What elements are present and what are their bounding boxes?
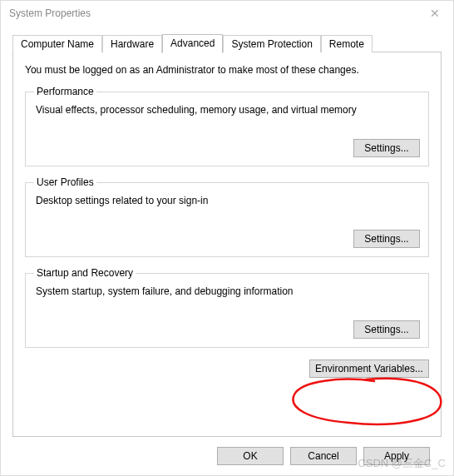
titlebar: System Properties ✕ — [1, 1, 453, 26]
client-area: Computer Name Hardware Advanced System P… — [1, 26, 453, 475]
tab-computer-name[interactable]: Computer Name — [12, 35, 102, 52]
user-profiles-desc: Desktop settings related to your sign-in — [36, 195, 420, 206]
performance-settings-button[interactable]: Settings... — [353, 139, 420, 157]
performance-desc: Visual effects, processor scheduling, me… — [36, 104, 420, 116]
environment-variables-button[interactable]: Environment Variables... — [309, 359, 429, 378]
startup-recovery-settings-button[interactable]: Settings... — [353, 320, 420, 339]
user-profiles-settings-button[interactable]: Settings... — [353, 230, 420, 248]
group-user-profiles-legend: User Profiles — [34, 176, 96, 188]
cancel-button[interactable]: Cancel — [290, 447, 357, 465]
system-properties-window: System Properties ✕ Computer Name Hardwa… — [0, 0, 454, 476]
startup-recovery-desc: System startup, system failure, and debu… — [36, 285, 420, 297]
tab-strip: Computer Name Hardware Advanced System P… — [12, 34, 442, 52]
group-startup-recovery-legend: Startup and Recovery — [34, 267, 136, 279]
window-title: System Properties — [9, 7, 91, 19]
group-startup-recovery: Startup and Recovery System startup, sys… — [25, 267, 429, 348]
group-user-profiles: User Profiles Desktop settings related t… — [25, 176, 429, 257]
group-performance-legend: Performance — [34, 86, 96, 97]
tab-remote[interactable]: Remote — [321, 35, 373, 52]
group-performance: Performance Visual effects, processor sc… — [25, 86, 429, 166]
tab-hardware[interactable]: Hardware — [102, 35, 162, 52]
admin-note: You must be logged on as an Administrato… — [25, 64, 429, 76]
dialog-button-row: OK Cancel Apply — [12, 437, 442, 465]
close-icon[interactable]: ✕ — [417, 1, 453, 26]
tab-page-advanced: You must be logged on as an Administrato… — [12, 52, 442, 437]
apply-button[interactable]: Apply — [363, 447, 430, 465]
tab-system-protection[interactable]: System Protection — [223, 35, 320, 52]
tab-advanced[interactable]: Advanced — [162, 34, 223, 53]
ok-button[interactable]: OK — [217, 447, 284, 465]
